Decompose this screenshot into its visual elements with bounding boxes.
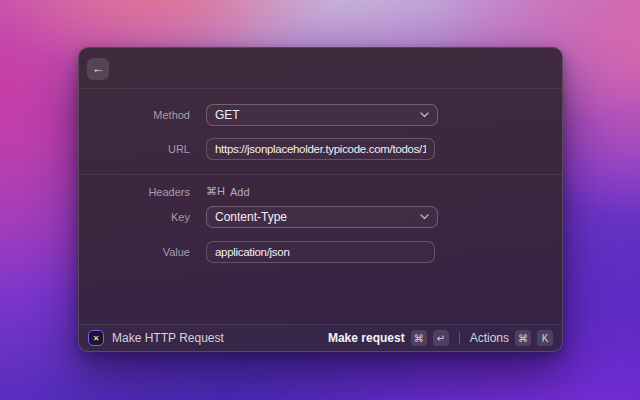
headers-label: Headers [79, 186, 190, 198]
add-header-button[interactable]: Add [230, 186, 250, 198]
method-select[interactable]: GET [206, 104, 438, 126]
footer-separator [459, 332, 460, 344]
header-value-row: Value [79, 241, 562, 263]
raycast-window: ← Method GET URL Headers ⌘H Add Key Cont… [78, 47, 563, 352]
footer-bar: ✕ Make HTTP Request Make request ⌘ ↵ Act… [79, 324, 562, 351]
actions-button[interactable]: Actions [470, 331, 509, 345]
back-button[interactable]: ← [87, 58, 109, 80]
chevron-down-icon [420, 214, 429, 220]
chevron-down-icon [420, 112, 429, 118]
command-title: Make HTTP Request [112, 331, 224, 345]
section-divider [79, 174, 562, 175]
url-input[interactable] [206, 138, 435, 160]
key-label: Key [79, 211, 190, 223]
url-row: URL [79, 138, 562, 160]
back-arrow-icon: ← [92, 61, 105, 76]
make-request-button[interactable]: Make request [328, 331, 405, 345]
method-row: Method GET [79, 104, 562, 126]
extension-icon: ✕ [88, 330, 104, 346]
footer-actions: Make request ⌘ ↵ Actions ⌘ K [328, 330, 553, 346]
add-header-shortcut: ⌘H [206, 185, 225, 198]
header-key-select-value: Content-Type [215, 210, 420, 224]
add-header-action[interactable]: ⌘H Add [206, 185, 250, 198]
return-key-badge: ↵ [433, 330, 449, 346]
method-label: Method [79, 109, 190, 121]
header-key-row: Key Content-Type [79, 206, 562, 228]
k-key-badge: K [537, 330, 553, 346]
extension-icon-glyph: ✕ [93, 334, 100, 343]
window-header: ← [79, 48, 562, 89]
cmd-key-badge: ⌘ [411, 330, 427, 346]
desktop: { "header": { "back_glyph": "←" }, "form… [0, 0, 640, 400]
value-label: Value [79, 246, 190, 258]
header-value-input[interactable] [206, 241, 435, 263]
method-select-value: GET [215, 108, 420, 122]
cmd-key-badge: ⌘ [515, 330, 531, 346]
header-key-select[interactable]: Content-Type [206, 206, 438, 228]
headers-row: Headers ⌘H Add [79, 184, 562, 199]
url-label: URL [79, 143, 190, 155]
